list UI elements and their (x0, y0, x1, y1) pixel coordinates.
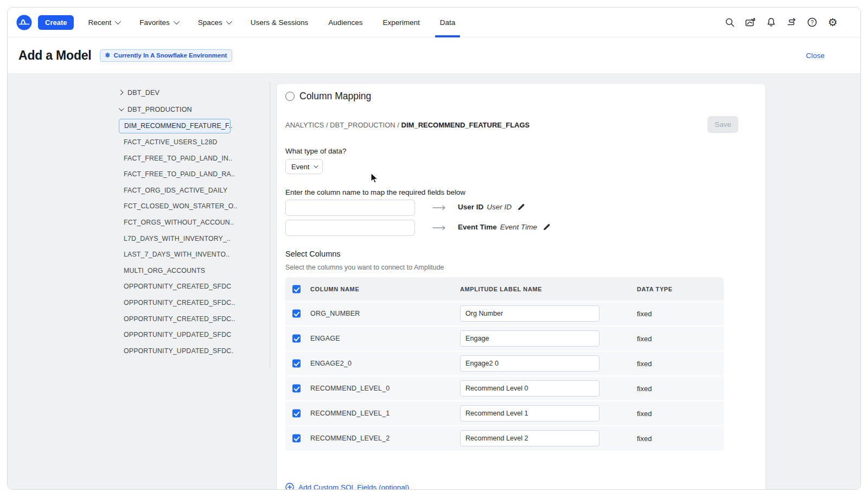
nav-item-audiences[interactable]: Audiences (328, 8, 362, 37)
chevron-down-icon (226, 18, 232, 24)
add-custom-sql-link[interactable]: Add Custom SQL Fields (optional) (285, 483, 409, 490)
nav-item-label: Favorites (139, 18, 170, 27)
tree-item[interactable]: LAST_7_DAYS_WITH_INVENTO.. (8, 247, 270, 263)
connections-icon[interactable] (786, 16, 797, 28)
row-checkbox[interactable] (292, 310, 301, 318)
data-type-cell: fixed (637, 410, 652, 418)
amplitude-logo-icon[interactable] (16, 15, 32, 30)
row-checkbox[interactable] (292, 360, 301, 368)
snowflake-icon: ❄ (105, 52, 111, 59)
breadcrumb: ANALYTICS / DBT_PRODUCTION / DIM_RECOMME… (285, 121, 529, 129)
tree-item[interactable]: OPPORTUNITY_UPDATED_SFDC (8, 327, 270, 343)
tree-item[interactable]: FACT_FREE_TO_PAID_LAND_RA.. (8, 167, 270, 183)
bell-icon[interactable] (765, 16, 777, 28)
environment-badge-label: Currently In A Snowflake Environment (114, 52, 227, 59)
nav-item-label: Spaces (198, 18, 222, 27)
table-row: ENGAGE fixed (285, 327, 724, 352)
tree-group-label: DBT_PRODUCTION (127, 106, 192, 113)
select-columns-subtitle: Select the columns you want to connect t… (285, 264, 444, 271)
nav-item-label: Data (440, 18, 456, 27)
chart-icon[interactable] (744, 16, 756, 28)
column-name-cell: RECOMMEND_LEVEL_0 (310, 385, 390, 392)
field-hint: Event Time (500, 223, 537, 231)
schema-tree-panel: DBT_DEV DBT_PRODUCTION DIM_RECOMMEND_FEA… (8, 82, 270, 368)
nav-menu: Recent Favorites Spaces Users & Sessions… (88, 8, 455, 37)
column-name-cell: ENGAGE2_0 (310, 360, 352, 367)
column-name-cell: ENGAGE (310, 335, 340, 342)
svg-text:?: ? (810, 20, 814, 25)
nav-item-label: Users & Sessions (251, 18, 309, 27)
page-header: Add a Model ❄ Currently In A Snowflake E… (8, 37, 860, 74)
edit-pencil-icon[interactable] (542, 223, 551, 231)
mapping-instruction: Enter the column name to map the require… (285, 188, 465, 196)
column-mapping-card: Column Mapping ANALYTICS / DBT_PRODUCTIO… (276, 83, 766, 490)
app-body: DBT_DEV DBT_PRODUCTION DIM_RECOMMEND_FEA… (8, 74, 860, 490)
column-name-cell: RECOMMEND_LEVEL_2 (310, 435, 390, 442)
user-id-field-label: User ID User ID (458, 203, 525, 211)
search-icon[interactable] (724, 16, 736, 28)
table-row: RECOMMEND_LEVEL_1 fixed (285, 401, 724, 426)
chevron-down-icon (174, 18, 180, 24)
save-button[interactable]: Save (707, 116, 738, 133)
arrow-right-icon (432, 205, 446, 211)
tree-item[interactable]: FACT_ACTIVE_USERS_L28D (8, 135, 270, 151)
settings-gear-icon[interactable]: ⚙ (827, 16, 839, 28)
nav-item-users-sessions[interactable]: Users & Sessions (251, 8, 309, 37)
column-mapping-radio[interactable] (285, 92, 295, 101)
nav-item-label: Audiences (328, 18, 362, 27)
help-icon[interactable]: ? (806, 16, 818, 28)
top-navbar: Create Recent Favorites Spaces Users & S… (8, 8, 860, 37)
tree-item[interactable]: FACT_ORG_IDS_ACTIVE_DAILY (8, 183, 270, 199)
data-type-cell: fixed (637, 385, 652, 393)
user-id-column-input[interactable] (285, 200, 415, 216)
tree-item[interactable]: OPPORTUNITY_CREATED_SFDC.. (8, 311, 270, 328)
field-name: User ID (458, 203, 483, 211)
chevron-right-icon (118, 90, 124, 95)
amplitude-label-input[interactable] (460, 430, 599, 446)
tree-item[interactable]: OPPORTUNITY_CREATED_SFDC.. (8, 295, 270, 311)
event-time-field-label: Event Time Event Time (458, 223, 551, 231)
amplitude-label-input[interactable] (460, 380, 599, 397)
column-header: COLUMN NAME (310, 286, 359, 292)
tree-item[interactable]: OPPORTUNITY_CREATED_SFDC (8, 279, 270, 295)
breadcrumb-current: DIM_RECOMMEND_FEATURE_FLAGS (401, 121, 530, 129)
tree-item[interactable]: MULTI_ORG_ACCOUNTS (8, 263, 270, 279)
row-checkbox[interactable] (292, 385, 301, 393)
select-columns-title: Select Columns (285, 250, 341, 258)
column-header: AMPLITUDE LABEL NAME (460, 286, 542, 292)
nav-item-experiment[interactable]: Experiment (382, 8, 419, 37)
nav-item-recent[interactable]: Recent (88, 8, 119, 37)
nav-item-spaces[interactable]: Spaces (198, 8, 231, 37)
page-title: Add a Model (18, 48, 92, 63)
tree-group-dbt-dev[interactable]: DBT_DEV (8, 84, 270, 101)
amplitude-label-input[interactable] (460, 405, 599, 421)
add-custom-sql-label: Add Custom SQL Fields (optional) (298, 483, 409, 490)
amplitude-label-input[interactable] (460, 305, 599, 322)
nav-item-label: Recent (88, 18, 111, 27)
tree-item[interactable]: FCT_ORGS_WITHOUT_ACCOUN.. (8, 215, 270, 231)
select-all-checkbox[interactable] (292, 285, 301, 293)
row-checkbox[interactable] (292, 435, 301, 443)
nav-item-data[interactable]: Data (440, 8, 456, 37)
edit-pencil-icon[interactable] (517, 203, 525, 211)
create-button[interactable]: Create (38, 15, 74, 30)
column-name-cell: RECOMMEND_LEVEL_1 (310, 410, 390, 417)
close-button[interactable]: Close (806, 52, 825, 60)
row-checkbox[interactable] (292, 335, 301, 343)
chevron-down-icon (119, 106, 124, 111)
app-window: Create Recent Favorites Spaces Users & S… (7, 7, 861, 490)
tree-item[interactable]: OPPORTUNITY_UPDATED_SFDC. (8, 343, 270, 360)
tree-item[interactable]: L7D_DAYS_WITH_INVENTORY_.. (8, 231, 270, 247)
amplitude-label-input[interactable] (460, 330, 599, 347)
nav-item-favorites[interactable]: Favorites (139, 8, 178, 37)
event-time-column-input[interactable] (285, 220, 415, 236)
data-type-dropdown[interactable]: Event (285, 159, 323, 174)
data-type-cell: fixed (637, 435, 652, 443)
tree-group-dbt-production[interactable]: DBT_PRODUCTION (8, 101, 270, 118)
navbar-right-icons: ? ⚙ (724, 16, 839, 28)
tree-item[interactable]: FACT_FREE_TO_PAID_LAND_IN.. (8, 151, 270, 167)
tree-item-selected[interactable]: DIM_RECOMMEND_FEATURE_F.. (119, 119, 231, 133)
row-checkbox[interactable] (292, 410, 301, 418)
tree-item[interactable]: FCT_CLOSED_WON_STARTER_O.. (8, 199, 270, 215)
amplitude-label-input[interactable] (460, 355, 599, 372)
